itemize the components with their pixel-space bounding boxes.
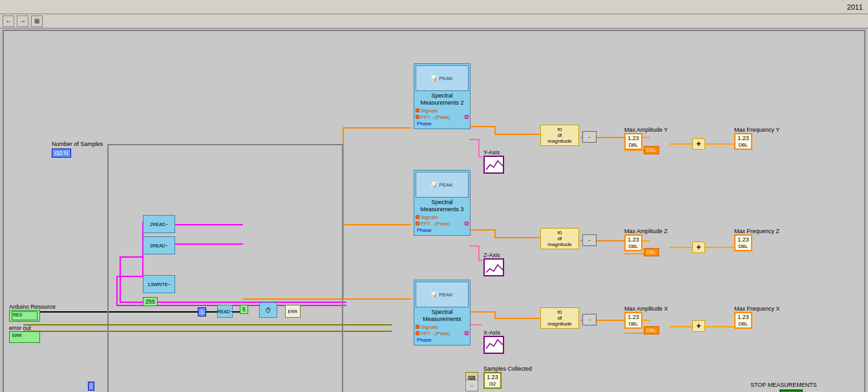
max-freq-y-label: Max Frequency Y [734,127,779,133]
toolbar: ← → ⊞ [0,14,868,28]
read-block-1[interactable]: READ~ [217,305,233,318]
const-5: 5 [240,305,248,314]
spectral-block-2: 📊 PEAK Spectral Measurements 3 Signals F… [414,170,471,236]
year-label: 2011 [847,3,863,11]
max-freq-x-indicator: 1.23DBL [734,312,752,329]
spectral-1-signals: Signals [419,108,469,114]
arduino-resource-block: RES [9,310,40,322]
timer-block[interactable]: ⏱ [259,302,277,318]
error-out-block: ERR [9,331,40,343]
loop-index-i: i [88,382,94,391]
max-amp-z-indicator: 1.23DBL [624,234,642,251]
const-255: 255 [143,297,158,306]
math-plus-y: + [692,138,705,150]
spectral-2-signals: Signals [419,214,469,220]
dbl-arrow-x: DBL [644,326,659,335]
spectral-3-fft: FFT - (Peak) [419,331,465,336]
spectral-2-title: Spectral Measurements 3 [416,199,469,213]
titlebar: 2011 [0,0,868,14]
dbl-arrow-y: DBL [644,146,659,154]
max-amp-y-label: Max Amplitude Y [624,127,668,133]
canvas-area: Number of Samples I32 N 2READ~ 3READ~ 13… [3,30,865,392]
spectral-1-fft: FFT - (Peak) [419,114,465,120]
daq-read-2[interactable]: 2READ~ [143,215,175,233]
spectral-1-title: Spectral Measurements 2 [416,92,469,107]
max-freq-x-label: Max Frequency X [734,305,780,312]
back-icon[interactable]: ← [3,15,14,27]
error-out-label: error out [9,325,31,331]
spectral-2-fft: FFT - (Peak) [419,221,465,227]
z-axis-label: Z-Axis [483,252,500,258]
dbl-arrow-z: DBL [644,248,659,256]
max-amp-y-indicator: 1.23DBL [624,133,642,150]
n-constant: I32 N [52,149,71,158]
max-freq-z-label: Max Frequency Z [734,228,779,234]
x-axis-chart[interactable] [483,336,504,354]
stop-button[interactable]: STOPTFL [779,389,803,392]
math-plus-z: + [692,242,705,253]
max-freq-z-indicator: 1.23DBL [734,234,752,251]
max-freq-y-indicator: 1.23DBL [734,133,752,150]
y-axis-label: Y-Axis [483,149,500,156]
while-loop [107,144,343,392]
magnitude-block-3: f0 df magnitude [540,307,579,329]
samples-collected-label: Samples Collected [483,366,532,372]
math-plus-x: + [692,320,705,332]
x-axis-label: X-Axis [483,329,500,336]
samples-collected-indicator: 1.23I32 [483,372,502,389]
spectral-1-phase: Phase [416,121,469,127]
daq-read-3[interactable]: 3READ~ [143,236,175,254]
waveform-3[interactable]: ~ [582,314,597,325]
grid-icon[interactable]: ⊞ [31,15,43,27]
max-amp-x-label: Max Amplitude X [624,305,668,312]
magnitude-block-1: f0 df magnitude [540,125,579,146]
const-1: 1 [198,307,206,316]
signal-icon-bottom: ~ [465,380,478,391]
z-axis-chart[interactable] [483,258,504,276]
spectral-block-3: 📊 PEAK Spectral Measurements Signals FFT… [414,280,471,346]
forward-icon[interactable]: → [17,15,28,27]
spectral-2-phase: Phase [416,227,469,233]
magnitude-block-2: f0 df magnitude [540,228,579,249]
write-block-13[interactable]: 13WRITE~ [143,275,175,293]
spectral-3-signals: Signals [419,324,469,330]
waveform-2[interactable]: ~ [582,234,597,246]
number-of-samples-label: Number of Samples [52,141,103,147]
spectral-3-title: Spectral Measurements [416,309,469,323]
y-axis-chart[interactable] [483,156,504,174]
error-cluster: ERR [285,305,301,318]
max-amp-z-label: Max Amplitude Z [624,228,668,234]
waveform-1[interactable]: ~ [582,131,597,143]
spectral-3-phase: Phase [416,337,469,343]
spectral-block-1: 📊 PEAK Spectral Measurements 2 Signals F… [414,63,471,129]
arduino-resource-label: Arduino Resource [9,304,56,310]
stop-measurements-label: STOP MEASUREMENTS [750,382,817,388]
max-amp-x-indicator: 1.23DBL [624,312,642,329]
